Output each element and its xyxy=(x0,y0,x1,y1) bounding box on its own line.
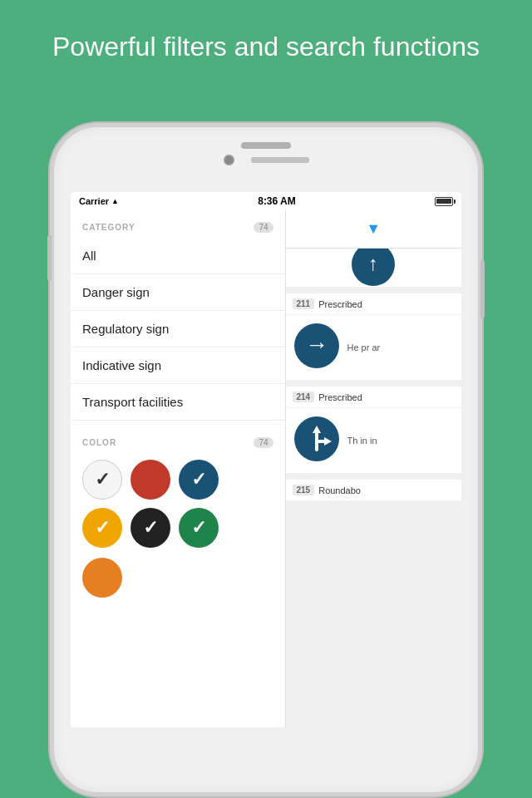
category-label: CATEGORY xyxy=(82,223,135,232)
status-carrier: Carrier ▲ xyxy=(79,196,119,206)
sign-card-214[interactable]: 214 Prescribed xyxy=(286,387,462,473)
color-black[interactable]: ✓ xyxy=(131,508,170,548)
sign-214-type: Prescribed xyxy=(318,392,362,402)
color-section-header: COLOR 74 xyxy=(71,426,285,453)
phone-screen: Carrier ▲ 8:36 AM CATEGORY 74 All xyxy=(71,192,461,727)
sign-211-number: 211 xyxy=(293,298,315,309)
battery-fill xyxy=(436,199,451,204)
sign-214-desc: Th in in xyxy=(347,434,456,448)
sign-card-215-header: 215 Roundabo xyxy=(286,480,462,500)
sign-card-211[interactable]: 211 Prescribed → He pr ar xyxy=(286,293,462,380)
sign-215-number: 215 xyxy=(293,485,315,495)
filter-item-all[interactable]: All xyxy=(71,238,285,274)
volume-button xyxy=(47,235,52,281)
color-orange[interactable] xyxy=(82,558,122,598)
color-green[interactable]: ✓ xyxy=(179,508,219,548)
header-title: Powerful filters and search functions xyxy=(50,30,482,63)
phone-top-area xyxy=(54,127,478,165)
sign-211-body: → He pr ar xyxy=(286,315,462,380)
filter-panel: CATEGORY 74 All Danger sign Regulatory s… xyxy=(71,210,286,727)
svg-text:→: → xyxy=(305,332,328,357)
filter-item-regulatory[interactable]: Regulatory sign xyxy=(71,311,285,347)
sign-215-type: Roundabo xyxy=(318,485,361,495)
color-yellow[interactable]: ✓ xyxy=(82,508,122,548)
sign-214-number: 214 xyxy=(293,392,315,402)
app-header: Powerful filters and search functions xyxy=(0,0,532,80)
sign-214-body: Th in in xyxy=(286,408,462,473)
color-grid: ✓ ✓ ✓ ✓ ✓ xyxy=(71,453,285,558)
phone-shell: Carrier ▲ 8:36 AM CATEGORY 74 All xyxy=(50,123,482,796)
category-badge: 74 xyxy=(254,222,273,233)
sign-211-image: → xyxy=(293,322,341,373)
sign-211-type: Prescribed xyxy=(318,299,362,309)
color-grid-row2 xyxy=(71,558,285,608)
filter-funnel-icon[interactable]: ▼ xyxy=(366,220,381,238)
partial-sign-top: ↑ xyxy=(286,249,462,287)
wifi-icon: ▲ xyxy=(111,197,119,205)
color-badge: 74 xyxy=(254,437,273,448)
status-time: 8:36 AM xyxy=(258,195,296,207)
svg-text:↑: ↑ xyxy=(368,252,378,274)
battery-icon xyxy=(435,197,453,206)
signs-panel: ▼ ↑ 211 Prescribed xyxy=(286,210,462,727)
sign-214-image xyxy=(293,415,341,466)
sign-211-desc: He pr ar xyxy=(347,341,456,355)
filter-item-danger[interactable]: Danger sign xyxy=(71,274,285,311)
sign-card-214-header: 214 Prescribed xyxy=(286,387,462,408)
battery-container xyxy=(435,197,453,206)
status-bar: Carrier ▲ 8:36 AM xyxy=(71,192,461,210)
color-label: COLOR xyxy=(82,438,116,447)
sign-card-211-header: 211 Prescribed xyxy=(286,293,462,315)
power-button xyxy=(480,260,485,318)
filter-item-transport[interactable]: Transport facilities xyxy=(71,384,285,421)
color-red[interactable] xyxy=(131,460,170,500)
phone-speaker xyxy=(241,142,291,149)
category-section-header: CATEGORY 74 xyxy=(71,210,285,238)
phone-earpiece xyxy=(251,157,309,163)
color-blue[interactable]: ✓ xyxy=(179,460,219,500)
filter-item-indicative[interactable]: Indicative sign xyxy=(71,347,285,384)
phone-camera xyxy=(224,155,234,165)
signs-filter-header: ▼ xyxy=(286,210,462,249)
sign-card-215[interactable]: 215 Roundabo xyxy=(286,480,462,500)
color-white[interactable]: ✓ xyxy=(82,460,122,500)
